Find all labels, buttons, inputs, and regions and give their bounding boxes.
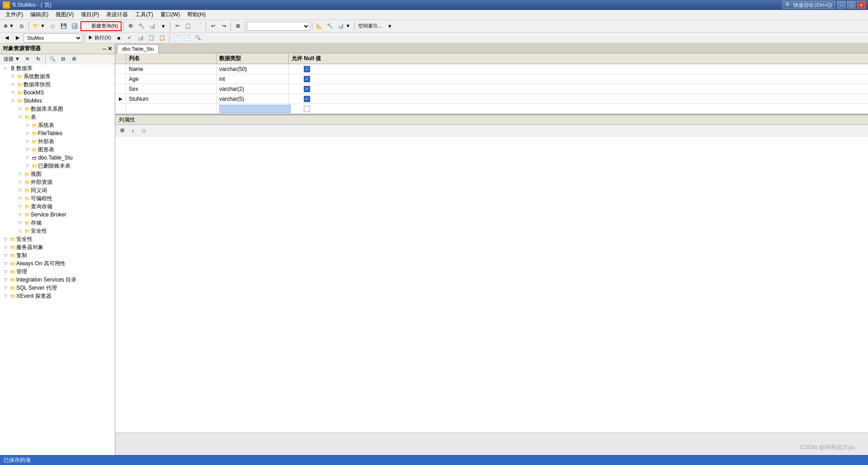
- tree-expander[interactable]: ▽: [24, 162, 31, 169]
- tree-expander[interactable]: ▽: [9, 81, 16, 88]
- tree-expander[interactable]: ▽: [24, 154, 31, 161]
- checkbox-empty-editing[interactable]: [304, 106, 310, 112]
- quick-launch[interactable]: 🔍 快速启动 (Ctrl+Q): [782, 1, 835, 9]
- tree-item[interactable]: ▽🗃dbo.Table_Stu: [0, 154, 115, 162]
- tb2-btn-5[interactable]: 📋: [146, 33, 156, 43]
- menu-item-[interactable]: 表设计器: [103, 10, 132, 19]
- tree-item[interactable]: ▽📁图形表: [0, 146, 115, 154]
- tree-item[interactable]: ▽📁管理: [0, 268, 115, 276]
- prop-sort-icon[interactable]: ↕: [128, 126, 138, 136]
- tree-item[interactable]: ▽📁安全性: [0, 235, 115, 243]
- checkbox-checked[interactable]: [304, 86, 310, 92]
- disconnect-icon[interactable]: ✕: [23, 54, 33, 64]
- tree-expander[interactable]: ▽: [2, 235, 9, 243]
- tree-expander[interactable]: ▽: [16, 178, 24, 186]
- tree-expander[interactable]: ▽: [16, 195, 24, 202]
- tree-item[interactable]: ▽📁系统数据库: [0, 72, 115, 80]
- properties-icon[interactable]: ⚙: [69, 54, 79, 64]
- tb2-btn-4[interactable]: 📊: [136, 33, 146, 43]
- tree-expander[interactable]: ▽: [16, 203, 24, 210]
- tree-item[interactable]: ▽📁外部表: [0, 137, 115, 146]
- prop-btn-1[interactable]: ⊞: [117, 126, 127, 136]
- tree-item[interactable]: ▽📁FileTables: [0, 129, 115, 137]
- tree-item[interactable]: ▽📁可编程性: [0, 194, 115, 202]
- toolbar-btn-15[interactable]: ↪: [219, 21, 229, 31]
- toolbar-btn-5[interactable]: 💾: [59, 21, 69, 31]
- table-row[interactable]: [115, 104, 868, 114]
- toolbar-btn-12[interactable]: 📋: [183, 21, 193, 31]
- connect-button[interactable]: 连接 ▼: [2, 54, 22, 64]
- toolbar-btn-3[interactable]: 📁 ▼: [31, 21, 47, 31]
- refresh-icon[interactable]: ↻: [33, 54, 43, 64]
- close-button[interactable]: ✕: [857, 1, 865, 9]
- tree-expander[interactable]: ▽: [16, 105, 24, 113]
- tb2-btn-3[interactable]: ✓: [125, 33, 135, 43]
- cell-allow-null[interactable]: [289, 84, 325, 94]
- tree-expander[interactable]: ▽: [16, 170, 24, 178]
- tree-item[interactable]: ▽📁复制: [0, 251, 115, 259]
- tree-expander[interactable]: ▽: [2, 284, 9, 291]
- toolbar-btn-2[interactable]: ◎: [17, 21, 27, 31]
- toolbar-btn-17[interactable]: 📐: [314, 21, 324, 31]
- toolbar-btn-1[interactable]: ⊕ ▼: [2, 21, 16, 31]
- tree-item[interactable]: ▷🗄数据库: [0, 64, 115, 72]
- tree-expander[interactable]: ▽: [2, 292, 9, 300]
- tree-expander[interactable]: ▽: [9, 89, 16, 96]
- tree-expander[interactable]: ▽: [24, 146, 31, 153]
- toolbar-btn-9[interactable]: 📊: [147, 21, 157, 31]
- collapse-icon[interactable]: ⊟: [58, 54, 68, 64]
- tree-item[interactable]: ▽📁Always On 高可用性: [0, 259, 115, 268]
- table-row[interactable]: ▶StuNumvarchar(5): [115, 94, 868, 104]
- tree-item[interactable]: ▽📁Integration Services 目录: [0, 276, 115, 284]
- tree-item[interactable]: ▽📁外部资源: [0, 178, 115, 186]
- tree-item[interactable]: ▽📁存储: [0, 219, 115, 227]
- toolbar-btn-20[interactable]: 空间索引...: [356, 21, 384, 31]
- tree-item[interactable]: ▽📁视图: [0, 170, 115, 178]
- toolbar-btn-14[interactable]: ↩: [208, 21, 218, 31]
- toolbar-btn-11[interactable]: ✂: [172, 21, 182, 31]
- cell-allow-null[interactable]: [289, 74, 325, 84]
- toolbar-btn-7[interactable]: ⚙: [126, 21, 136, 31]
- tree-item[interactable]: ▽📁SQL Server 代理: [0, 284, 115, 292]
- tree-item[interactable]: ▽📁StuMes: [0, 97, 115, 105]
- tree-item[interactable]: ▽📁查询存储: [0, 202, 115, 211]
- tree-expander[interactable]: ▽: [9, 97, 16, 104]
- tree-item[interactable]: ▽📁服务器对象: [0, 243, 115, 251]
- checkbox-checked[interactable]: [304, 96, 310, 102]
- tb2-btn-9[interactable]: 🔍: [193, 33, 203, 43]
- table-row[interactable]: Sexvarchar(2): [115, 84, 868, 94]
- database-selector[interactable]: StuMes: [24, 33, 82, 42]
- menu-item-t[interactable]: 工具(T): [132, 10, 156, 19]
- tree-item[interactable]: ▽📁Service Broker: [0, 211, 115, 219]
- cell-allow-null[interactable]: [289, 94, 325, 103]
- toolbar-btn-13[interactable]: 📄: [194, 21, 204, 31]
- minimize-button[interactable]: ─: [837, 1, 845, 9]
- tree-expander[interactable]: ▽: [2, 244, 9, 251]
- tree-expander[interactable]: ▽: [24, 130, 31, 137]
- tree-expander[interactable]: ▽: [2, 276, 9, 283]
- pin-icon[interactable]: ─: [102, 46, 106, 52]
- tree-expander[interactable]: ▽: [16, 227, 24, 235]
- menu-item-v[interactable]: 视图(V): [52, 10, 77, 19]
- tree-expander[interactable]: ▽: [2, 252, 9, 259]
- cell-type-input[interactable]: [219, 105, 291, 113]
- checkbox-checked[interactable]: [304, 66, 310, 72]
- toolbar-dropdown[interactable]: [247, 22, 310, 31]
- toolbar-btn-8[interactable]: 🔧: [137, 21, 146, 31]
- tree-expander[interactable]: ▽: [24, 122, 31, 129]
- toolbar-btn-19[interactable]: 📊 ▼: [336, 21, 352, 31]
- tree-item[interactable]: ▽📁XEvent 探查器: [0, 292, 115, 300]
- menu-item-p[interactable]: 项目(P): [77, 10, 103, 19]
- tb2-btn-1[interactable]: ◀: [2, 33, 12, 43]
- tree-item[interactable]: ▽📁BookMS: [0, 89, 115, 97]
- tb2-btn-8[interactable]: 📄: [182, 33, 192, 43]
- tree-item[interactable]: ▽📁数据库快照: [0, 80, 115, 89]
- tree-item[interactable]: ▽📁数据库关系图: [0, 105, 115, 113]
- close-sidebar-icon[interactable]: ✕: [108, 46, 112, 52]
- prop-btn-3[interactable]: □: [139, 126, 149, 136]
- tree-item[interactable]: ▽📁安全性: [0, 227, 115, 235]
- table-row[interactable]: Ageint: [115, 74, 868, 84]
- table-tab[interactable]: dbo.Table_Stu: [117, 44, 159, 53]
- tb2-btn-7[interactable]: 📄: [171, 33, 181, 43]
- tree-expander[interactable]: ▽: [2, 268, 9, 275]
